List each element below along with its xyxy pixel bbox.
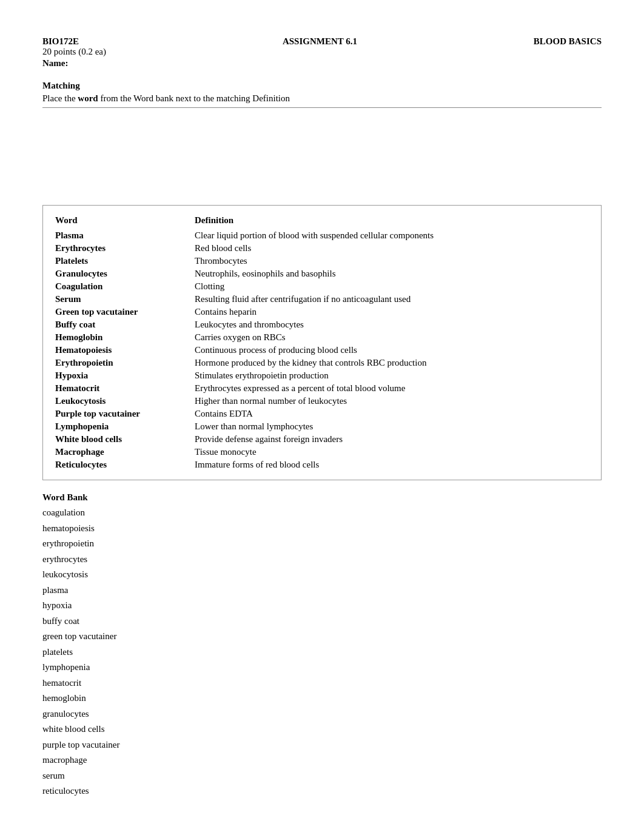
- word-bank-item: buffy coat: [42, 614, 602, 629]
- table-row: CoagulationClotting: [55, 280, 589, 293]
- word-cell: Hematopoiesis: [55, 344, 195, 357]
- definition-cell: Stimulates erythropoietin production: [195, 369, 589, 382]
- page-title: BLOOD BASICS: [534, 36, 602, 47]
- word-bank-item: green top vacutainer: [42, 629, 602, 645]
- col-definition: Definition: [195, 214, 589, 229]
- word-cell: Coagulation: [55, 280, 195, 293]
- table-row: Buffy coatLeukocytes and thrombocytes: [55, 318, 589, 331]
- word-cell: Hypoxia: [55, 369, 195, 382]
- table-row: LeukocytosisHigher than normal number of…: [55, 395, 589, 407]
- matching-table: Word Definition PlasmaClear liquid porti…: [55, 214, 589, 471]
- definition-cell: Tissue monocyte: [195, 446, 589, 458]
- table-row: LymphopeniaLower than normal lymphocytes: [55, 420, 589, 433]
- table-row: HematopoiesisContinuous process of produ…: [55, 344, 589, 357]
- header-left: BIO172E 20 points (0.2 ea) Name:: [42, 36, 106, 69]
- word-bank-section: Word Bank coagulationhematopoiesiserythr…: [42, 492, 602, 799]
- instructions: Place the word from the Word bank next t…: [42, 93, 602, 104]
- assignment-label: ASSIGNMENT 6.1: [283, 36, 357, 47]
- section-divider: [42, 107, 602, 108]
- definition-cell: Erythrocytes expressed as a percent of t…: [195, 382, 589, 395]
- name-label: Name:: [42, 58, 106, 69]
- word-bank-item: erythrocytes: [42, 552, 602, 568]
- definition-cell: Lower than normal lymphocytes: [195, 420, 589, 433]
- table-row: HematocritErythrocytes expressed as a pe…: [55, 382, 589, 395]
- definition-cell: Carries oxygen on RBCs: [195, 331, 589, 344]
- word-bank-item: hemoglobin: [42, 691, 602, 706]
- word-cell: Reticulocytes: [55, 458, 195, 471]
- table-header-row: Word Definition: [55, 214, 589, 229]
- word-bank-item: erythropoietin: [42, 536, 602, 552]
- definition-cell: Contains heparin: [195, 306, 589, 318]
- course-code: BIO172E: [42, 36, 106, 47]
- table-header: Word Definition: [55, 214, 589, 229]
- table-row: Green top vacutainerContains heparin: [55, 306, 589, 318]
- table-row: HemoglobinCarries oxygen on RBCs: [55, 331, 589, 344]
- matching-table-container: Word Definition PlasmaClear liquid porti…: [42, 205, 602, 480]
- word-bank-title: Word Bank: [42, 492, 602, 503]
- definition-cell: Higher than normal number of leukocytes: [195, 395, 589, 407]
- table-row: ErythropoietinHormone produced by the ki…: [55, 357, 589, 369]
- word-cell: Hematocrit: [55, 382, 195, 395]
- word-cell: Platelets: [55, 255, 195, 267]
- word-cell: Erythrocytes: [55, 242, 195, 255]
- points: 20 points (0.2 ea): [42, 47, 106, 57]
- word-bank-item: plasma: [42, 583, 602, 599]
- word-bank-item: serum: [42, 768, 602, 784]
- word-bank-item: macrophage: [42, 753, 602, 768]
- word-cell: Plasma: [55, 229, 195, 242]
- definition-cell: Clotting: [195, 280, 589, 293]
- table-row: PlateletsThrombocytes: [55, 255, 589, 267]
- definition-cell: Clear liquid portion of blood with suspe…: [195, 229, 589, 242]
- table-row: SerumResulting fluid after centrifugatio…: [55, 293, 589, 306]
- word-cell: Granulocytes: [55, 267, 195, 280]
- definition-cell: Leukocytes and thrombocytes: [195, 318, 589, 331]
- word-cell: Serum: [55, 293, 195, 306]
- page-header: BIO172E 20 points (0.2 ea) Name: ASSIGNM…: [42, 36, 602, 69]
- section-title: Matching: [42, 81, 602, 91]
- definition-cell: Contains EDTA: [195, 407, 589, 420]
- table-row: Purple top vacutainerContains EDTA: [55, 407, 589, 420]
- word-bank-item: coagulation: [42, 505, 602, 521]
- word-bank-item: purple top vacutainer: [42, 737, 602, 753]
- definition-cell: Hormone produced by the kidney that cont…: [195, 357, 589, 369]
- instructions-post: from the Word bank next to the matching …: [98, 93, 290, 103]
- word-cell: Purple top vacutainer: [55, 407, 195, 420]
- word-cell: White blood cells: [55, 433, 195, 446]
- word-bank-item: white blood cells: [42, 722, 602, 737]
- table-row: HypoxiaStimulates erythropoietin product…: [55, 369, 589, 382]
- definition-cell: Immature forms of red blood cells: [195, 458, 589, 471]
- table-row: White blood cellsProvide defense against…: [55, 433, 589, 446]
- word-bank-item: lymphopenia: [42, 660, 602, 676]
- word-bank-item: leukocytosis: [42, 567, 602, 583]
- word-cell: Leukocytosis: [55, 395, 195, 407]
- definition-cell: Continuous process of producing blood ce…: [195, 344, 589, 357]
- word-bank-item: hypoxia: [42, 598, 602, 614]
- table-row: ErythrocytesRed blood cells: [55, 242, 589, 255]
- word-bank-item: hematocrit: [42, 676, 602, 691]
- word-cell: Erythropoietin: [55, 357, 195, 369]
- word-cell: Macrophage: [55, 446, 195, 458]
- word-bank-item: platelets: [42, 645, 602, 660]
- col-word: Word: [55, 214, 195, 229]
- table-row: PlasmaClear liquid portion of blood with…: [55, 229, 589, 242]
- word-cell: Hemoglobin: [55, 331, 195, 344]
- word-bank-item: hematopoiesis: [42, 521, 602, 537]
- instructions-pre: Place the: [42, 93, 78, 103]
- word-cell: Buffy coat: [55, 318, 195, 331]
- definition-cell: Red blood cells: [195, 242, 589, 255]
- definition-cell: Provide defense against foreign invaders: [195, 433, 589, 446]
- word-cell: Green top vacutainer: [55, 306, 195, 318]
- definition-cell: Thrombocytes: [195, 255, 589, 267]
- table-row: GranulocytesNeutrophils, eosinophils and…: [55, 267, 589, 280]
- word-bank-item: granulocytes: [42, 706, 602, 722]
- table-row: ReticulocytesImmature forms of red blood…: [55, 458, 589, 471]
- word-cell: Lymphopenia: [55, 420, 195, 433]
- table-row: MacrophageTissue monocyte: [55, 446, 589, 458]
- instructions-bold: word: [78, 93, 98, 103]
- definition-cell: Neutrophils, eosinophils and basophils: [195, 267, 589, 280]
- definition-cell: Resulting fluid after centrifugation if …: [195, 293, 589, 306]
- word-bank-item: reticulocytes: [42, 783, 602, 799]
- word-bank-list: coagulationhematopoiesiserythropoietiner…: [42, 505, 602, 799]
- table-body: PlasmaClear liquid portion of blood with…: [55, 229, 589, 471]
